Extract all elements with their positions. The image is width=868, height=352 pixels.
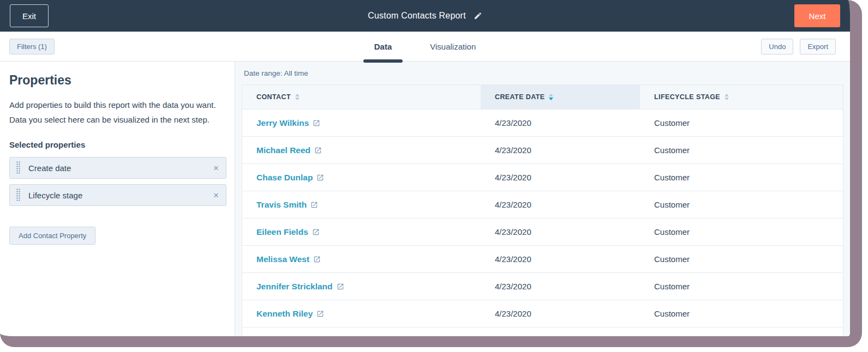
external-link-icon bbox=[316, 174, 324, 181]
selected-properties-label: Selected properties bbox=[9, 140, 227, 149]
table-row: Chase Dunlap 4/23/2020 Customer bbox=[242, 163, 843, 191]
page-title: Custom Contacts Report bbox=[368, 11, 466, 21]
column-header-contact[interactable]: CONTACT bbox=[242, 85, 481, 109]
create-date-cell: 4/23/2020 bbox=[481, 273, 640, 300]
table-row: Travis Smith 4/23/2020 Customer bbox=[242, 191, 843, 218]
property-chip-lifecycle-stage[interactable]: Lifecycle stage × bbox=[9, 184, 226, 206]
contacts-table: CONTACT CREATE DATE LIFECYCLE STAGE bbox=[242, 84, 843, 336]
contact-link[interactable]: Jennifer Strickland bbox=[256, 282, 344, 292]
drag-handle-icon[interactable] bbox=[16, 189, 20, 202]
column-header-lifecycle-stage[interactable]: LIFECYCLE STAGE bbox=[640, 85, 843, 109]
lifecycle-stage-cell: Customer bbox=[640, 191, 843, 218]
table-row: Melissa West 4/23/2020 Customer bbox=[242, 245, 843, 272]
external-link-icon bbox=[313, 256, 321, 263]
column-header-label: CREATE DATE bbox=[495, 93, 544, 101]
contact-link[interactable]: Michael Reed bbox=[256, 145, 322, 155]
sort-carets-icon bbox=[725, 94, 729, 100]
column-header-label: CONTACT bbox=[256, 93, 291, 101]
create-date-cell: 4/23/2020 bbox=[481, 300, 640, 327]
exit-button[interactable]: Exit bbox=[10, 4, 49, 27]
edit-pencil-icon[interactable] bbox=[474, 11, 482, 20]
add-contact-property-button[interactable]: Add Contact Property bbox=[9, 227, 95, 245]
next-button[interactable]: Next bbox=[794, 4, 840, 27]
contact-link[interactable]: Melissa West bbox=[256, 254, 321, 264]
lifecycle-stage-cell: Customer bbox=[640, 246, 843, 272]
active-tab-underline bbox=[363, 59, 403, 63]
table-row: Eileen Fields 4/23/2020 Customer bbox=[242, 218, 843, 245]
external-link-icon bbox=[312, 228, 320, 236]
external-link-icon bbox=[310, 201, 318, 209]
column-header-create-date[interactable]: CREATE DATE bbox=[481, 85, 640, 109]
property-chip-label: Lifecycle stage bbox=[28, 191, 82, 200]
contact-link[interactable]: Kenneth Riley bbox=[256, 309, 324, 319]
tab-data-label: Data bbox=[374, 42, 392, 51]
contact-link[interactable]: Chase Dunlap bbox=[256, 173, 324, 183]
table-row: Michael Reed 4/23/2020 Customer bbox=[242, 136, 843, 163]
create-date-cell: 4/23/2020 bbox=[481, 137, 640, 163]
screenshot-frame: Exit Custom Contacts Report Next Filters… bbox=[0, 0, 862, 347]
lifecycle-stage-cell: Customer bbox=[640, 273, 843, 300]
selected-properties-list: Create date × Lifecycle stage × bbox=[9, 157, 227, 206]
property-chip-create-date[interactable]: Create date × bbox=[9, 157, 226, 179]
lifecycle-stage-cell: Customer bbox=[640, 219, 843, 245]
create-date-cell: 4/23/2020 bbox=[481, 164, 640, 191]
table-header-row: CONTACT CREATE DATE LIFECYCLE STAGE bbox=[242, 85, 843, 109]
lifecycle-stage-cell: Customer bbox=[640, 300, 843, 327]
report-preview-panel: Date range: All time CONTACT CREATE DATE bbox=[235, 62, 850, 336]
lifecycle-stage-cell: Customer bbox=[640, 164, 843, 191]
contact-link[interactable]: Travis Smith bbox=[256, 200, 318, 210]
drag-handle-icon[interactable] bbox=[16, 161, 20, 174]
create-date-cell: 4/23/2020 bbox=[481, 110, 640, 136]
table-row: Jerry Wilkins 4/23/2020 Customer bbox=[242, 109, 843, 136]
table-row: Kenneth Riley 4/23/2020 Customer bbox=[242, 300, 843, 327]
create-date-cell: 4/23/2020 bbox=[481, 191, 640, 218]
sidebar-title: Properties bbox=[9, 73, 227, 88]
create-date-cell: 4/23/2020 bbox=[481, 246, 640, 272]
lifecycle-stage-cell: Customer bbox=[640, 110, 843, 136]
external-link-icon bbox=[316, 310, 324, 318]
column-header-label: LIFECYCLE STAGE bbox=[654, 93, 720, 101]
table-row-partial bbox=[242, 327, 843, 336]
date-range-label: Date range: All time bbox=[244, 69, 843, 81]
report-title-area: Custom Contacts Report bbox=[0, 0, 850, 32]
external-link-icon bbox=[337, 283, 344, 290]
view-tabs: Data Visualization bbox=[0, 32, 850, 62]
contact-link[interactable]: Jerry Wilkins bbox=[256, 118, 320, 128]
remove-x-icon[interactable]: × bbox=[213, 163, 219, 173]
sidebar-description: Add properties to build this report with… bbox=[9, 98, 228, 127]
top-navigation-bar: Exit Custom Contacts Report Next bbox=[0, 0, 850, 32]
sort-carets-icon-desc-active bbox=[549, 94, 553, 100]
create-date-cell: 4/23/2020 bbox=[481, 219, 640, 245]
tab-data[interactable]: Data bbox=[360, 32, 406, 62]
external-link-icon bbox=[313, 119, 320, 127]
tab-visualization[interactable]: Visualization bbox=[416, 32, 490, 62]
toolbar: Filters (1) Data Visualization Undo Expo… bbox=[0, 32, 850, 62]
remove-x-icon[interactable]: × bbox=[213, 191, 219, 200]
sort-carets-icon bbox=[295, 94, 300, 100]
lifecycle-stage-cell: Customer bbox=[640, 137, 843, 163]
external-link-icon bbox=[314, 147, 322, 154]
tab-visualization-label: Visualization bbox=[430, 42, 476, 51]
property-chip-label: Create date bbox=[28, 163, 71, 173]
properties-sidebar: Properties Add properties to build this … bbox=[0, 62, 235, 336]
table-row: Jennifer Strickland 4/23/2020 Customer bbox=[242, 272, 843, 300]
contact-link[interactable]: Eileen Fields bbox=[256, 227, 320, 237]
